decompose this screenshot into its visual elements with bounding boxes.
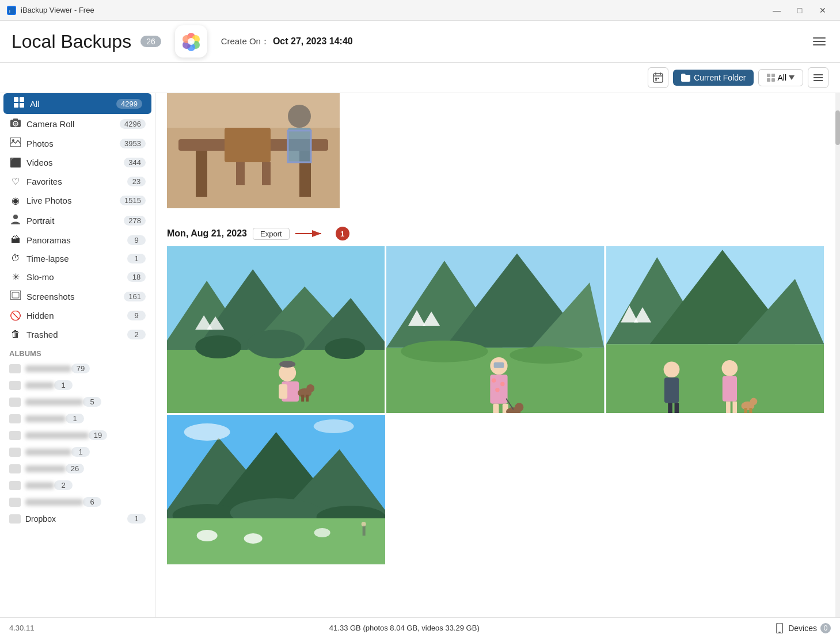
- album-item-dropbox[interactable]: Dropbox 1: [0, 510, 155, 527]
- album-count-9: 6: [83, 497, 101, 507]
- svg-point-82: [495, 388, 500, 392]
- photos-label: Photos: [26, 139, 120, 148]
- timelapse-icon: ⏱: [9, 253, 22, 263]
- sidebar-item-camera-roll[interactable]: Camera Roll 4296: [0, 114, 155, 133]
- window-controls[interactable]: — □ ✕: [766, 2, 833, 18]
- photo-cell-4[interactable]: [167, 415, 385, 564]
- screenshots-count: 161: [124, 292, 146, 301]
- photos-app-icon: [175, 25, 207, 58]
- photo-grid-row2: [167, 415, 824, 564]
- content-scrollbar[interactable]: [835, 93, 840, 617]
- svg-point-119: [244, 533, 263, 544]
- sidebar-item-all[interactable]: All 4299: [3, 93, 151, 114]
- devices-button[interactable]: Devices 0: [774, 623, 831, 633]
- svg-point-80: [492, 378, 496, 383]
- svg-rect-24: [20, 97, 24, 102]
- album-icon: [9, 431, 21, 440]
- svg-rect-18: [767, 78, 770, 82]
- toolbar: Current Folder All: [0, 63, 840, 93]
- album-count-8: 2: [54, 480, 73, 490]
- create-date: Oct 27, 2023 14:40: [273, 36, 353, 47]
- album-icon: [9, 398, 21, 407]
- title-bar-left: i iBackup Viewer - Free: [7, 6, 94, 15]
- calendar-icon: [653, 72, 663, 83]
- album-item-8[interactable]: 2: [0, 477, 155, 494]
- album-item-7[interactable]: 26: [0, 460, 155, 477]
- sidebar-item-photos[interactable]: Photos 3953: [0, 133, 155, 153]
- hidden-icon: 🚫: [9, 310, 22, 321]
- album-item-3[interactable]: 5: [0, 394, 155, 410]
- page-title: Local Backups: [12, 31, 131, 52]
- album-item-2[interactable]: 1: [0, 377, 155, 394]
- svg-rect-54: [167, 350, 385, 413]
- sidebar-item-time-lapse[interactable]: ⏱ Time-lapse 1: [0, 249, 155, 268]
- svg-rect-66: [306, 395, 309, 402]
- album-item-1[interactable]: 79: [0, 360, 155, 377]
- svg-rect-42: [236, 162, 245, 185]
- sidebar-item-hidden[interactable]: 🚫 Hidden 9: [0, 306, 155, 325]
- sidebar-item-favorites[interactable]: ♡ Favorites 23: [0, 172, 155, 191]
- svg-rect-108: [744, 408, 747, 413]
- camera-roll-count: 4296: [120, 119, 146, 129]
- slo-mo-label: Slo-mo: [26, 272, 127, 282]
- sidebar-item-slo-mo[interactable]: ✳ Slo-mo 18: [0, 268, 155, 286]
- svg-rect-45: [288, 128, 311, 162]
- sidebar-item-videos[interactable]: ⬛ Videos 344: [0, 153, 155, 172]
- devices-count: 0: [820, 623, 831, 633]
- svg-point-102: [721, 360, 738, 376]
- svg-rect-99: [664, 377, 679, 403]
- menu-button[interactable]: [810, 32, 828, 51]
- maximize-button[interactable]: □: [789, 2, 810, 18]
- export-button[interactable]: Export: [253, 228, 290, 240]
- sidebar-item-trashed[interactable]: 🗑 Trashed 2: [0, 325, 155, 343]
- camera-icon: [9, 118, 22, 129]
- svg-rect-109: [749, 408, 752, 413]
- svg-point-75: [510, 346, 583, 364]
- album-count-3: 5: [83, 397, 101, 407]
- svg-rect-43: [262, 162, 271, 185]
- svg-point-57: [325, 338, 365, 359]
- sidebar-item-portrait[interactable]: Portrait 278: [0, 210, 155, 231]
- hidden-label: Hidden: [26, 311, 127, 320]
- svg-point-120: [314, 528, 330, 537]
- svg-point-86: [515, 403, 524, 411]
- time-lapse-count: 1: [127, 254, 146, 263]
- sidebar-item-panoramas[interactable]: 🏔 Panoramas 9: [0, 231, 155, 249]
- svg-rect-65: [301, 395, 304, 402]
- live-photos-icon: ◉: [9, 195, 22, 206]
- sidebar-item-screenshots[interactable]: Screenshots 161: [0, 286, 155, 306]
- photo-cell-3[interactable]: [606, 246, 824, 413]
- close-button[interactable]: ✕: [812, 2, 833, 18]
- current-folder-button[interactable]: Current Folder: [673, 70, 754, 86]
- svg-point-74: [401, 341, 488, 362]
- album-item-5[interactable]: 19: [0, 427, 155, 444]
- create-label: Create On：: [221, 36, 269, 47]
- album-count-4: 1: [66, 414, 84, 423]
- svg-text:i: i: [9, 9, 10, 14]
- photo-cell-2[interactable]: [386, 246, 604, 413]
- svg-rect-103: [722, 376, 736, 402]
- sidebar-item-live-photos[interactable]: ◉ Live Photos 1515: [0, 191, 155, 210]
- photo-cell-1[interactable]: [167, 246, 385, 413]
- panoramas-label: Panoramas: [26, 235, 127, 245]
- top-partial-photo[interactable]: [167, 93, 824, 211]
- svg-rect-62: [279, 384, 287, 399]
- portrait-icon: [9, 214, 22, 227]
- folder-icon: [681, 74, 690, 82]
- calendar-view-button[interactable]: [648, 67, 668, 88]
- minimize-button[interactable]: —: [766, 2, 787, 18]
- album-item-4[interactable]: 1: [0, 410, 155, 427]
- all-filter-button[interactable]: All: [758, 69, 803, 86]
- album-item-6[interactable]: 1: [0, 444, 155, 460]
- app-version: 4.30.11: [9, 624, 34, 632]
- album-icon: [9, 498, 21, 507]
- album-item-9[interactable]: 6: [0, 494, 155, 510]
- screenshot-icon: [9, 291, 22, 302]
- backup-create-info: Create On： Oct 27, 2023 14:40: [221, 36, 353, 47]
- album-label-blur: [25, 382, 54, 389]
- app-logo: i: [7, 6, 16, 15]
- list-view-button[interactable]: [808, 67, 828, 88]
- album-label-blur: [25, 465, 66, 472]
- photos-filter-icon: [767, 74, 775, 82]
- albums-section-title: Albums: [0, 343, 155, 360]
